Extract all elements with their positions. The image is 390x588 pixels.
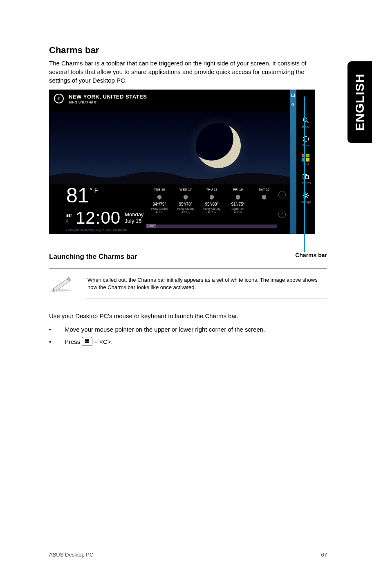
svg-line-13 bbox=[307, 193, 308, 194]
note-text-wrap: When called out, the Charms bar initiall… bbox=[86, 269, 327, 299]
fc-condition: Partly Cloudy bbox=[173, 207, 199, 210]
step-text-a: Press bbox=[65, 338, 80, 345]
forecast-collapse-icon[interactable]: ˄ bbox=[278, 211, 286, 218]
fc-hilo: 95°/78° bbox=[173, 202, 199, 206]
app-name: BING WEATHER bbox=[69, 101, 147, 104]
devices-icon bbox=[302, 173, 309, 180]
system-status-icons: ▮▮▯ ▯ bbox=[66, 213, 72, 223]
note-pencil-icon bbox=[49, 276, 74, 292]
section-heading: Charms bar bbox=[49, 45, 327, 56]
peek-app-icon bbox=[291, 94, 295, 97]
fc-hilo: 95°/80° bbox=[199, 202, 225, 206]
language-label: ENGLISH bbox=[353, 74, 367, 131]
treeline-graphic bbox=[49, 168, 290, 184]
fc-condition: Partly Cloudy bbox=[146, 207, 173, 210]
signal-icon: ▮▮▯ bbox=[66, 213, 72, 218]
fc-day-label: FRI 19 bbox=[225, 188, 251, 191]
step-text: Move your mouse pointer on the upper or … bbox=[65, 326, 265, 333]
location-title: NEW YORK, UNITED STATES bbox=[69, 94, 147, 100]
app-header-text: NEW YORK, UNITED STATES BING WEATHER bbox=[69, 94, 147, 104]
svg-line-1 bbox=[307, 121, 309, 123]
peek-app-letter: G bbox=[291, 103, 294, 106]
callout-line bbox=[304, 240, 305, 252]
fc-day-label: TUE 16 bbox=[146, 188, 173, 191]
forecast-row: TUE 16 94°/79° Partly Cloudy ✽ 0 % WED 1… bbox=[146, 188, 277, 213]
hourly-marker: 1 PM bbox=[146, 224, 156, 228]
share-icon bbox=[302, 135, 309, 143]
fc-hilo: 94°/79° bbox=[146, 202, 173, 206]
start-icon bbox=[302, 154, 309, 162]
fc-hilo: 91°/75° bbox=[225, 202, 251, 206]
fc-precip: ✽ 20 % bbox=[173, 211, 199, 213]
battery-icon: ▯ bbox=[66, 219, 72, 223]
steps-intro: Use your Desktop PC's mouse or keyboard … bbox=[49, 312, 327, 320]
fc-precip: ✽ 20 % bbox=[199, 211, 225, 213]
weather-icon bbox=[208, 194, 216, 200]
day-name: Monday bbox=[125, 211, 143, 218]
screenshot-figure: NEW YORK, UNITED STATES BING WEATHER 81°… bbox=[49, 90, 315, 234]
footer-left: ASUS Desktop PC bbox=[49, 552, 93, 558]
fc-day-label: WED 17 bbox=[173, 188, 199, 191]
moon-graphic bbox=[196, 123, 241, 168]
svg-rect-4 bbox=[305, 176, 309, 179]
fc-day-label: THU 18 bbox=[199, 188, 225, 191]
back-button[interactable] bbox=[54, 94, 64, 103]
temp-unit: ° F bbox=[90, 187, 99, 194]
language-tab: ENGLISH bbox=[347, 61, 372, 143]
weather-background bbox=[49, 111, 290, 184]
step-item: Press + <C>. bbox=[49, 337, 327, 346]
app-peek-strip[interactable]: G bbox=[290, 90, 296, 234]
note-text: When called out, the Charms bar initiall… bbox=[87, 272, 325, 295]
search-icon bbox=[302, 117, 309, 124]
callout-label: Charms bar bbox=[245, 252, 327, 258]
weather-icon bbox=[234, 194, 242, 200]
fc-condition: Partly Cloudy bbox=[199, 207, 225, 210]
charm-label: Start bbox=[303, 163, 309, 166]
date-block: Monday July 15 bbox=[125, 211, 143, 224]
forecast-day[interactable]: THU 18 95°/80° Partly Cloudy ✽ 20 % bbox=[199, 188, 225, 213]
fc-day-label: SAT 20 bbox=[251, 188, 277, 191]
intro-paragraph: The Charms bar is a toolbar that can be … bbox=[49, 59, 327, 85]
svg-line-11 bbox=[307, 197, 308, 197]
fc-precip: ✽ 30 % bbox=[225, 211, 251, 213]
step-text-b: + <C>. bbox=[94, 338, 112, 345]
hourly-bar[interactable]: 1 PM bbox=[146, 224, 277, 228]
fc-condition: Light Rain bbox=[225, 207, 251, 210]
note-block: When called out, the Charms bar initiall… bbox=[49, 268, 327, 299]
footer-page-number: 67 bbox=[321, 552, 327, 558]
charm-devices[interactable]: Devices bbox=[301, 173, 311, 184]
forecast-day[interactable]: SAT 20 bbox=[251, 188, 277, 213]
steps-list: Move your mouse pointer on the upper or … bbox=[49, 326, 327, 346]
weather-icon bbox=[182, 194, 190, 200]
page-footer: ASUS Desktop PC 67 bbox=[49, 549, 327, 558]
forecast-next-icon[interactable]: › bbox=[278, 191, 286, 198]
app-header: NEW YORK, UNITED STATES BING WEATHER bbox=[49, 90, 290, 111]
settings-icon bbox=[302, 192, 309, 199]
charms-bar: Search Share Start Devices Settings bbox=[296, 90, 315, 234]
charm-label: Search bbox=[301, 125, 310, 128]
charm-label: Devices bbox=[301, 182, 311, 184]
forecast-nav: › ˄ bbox=[278, 191, 286, 218]
charm-start[interactable]: Start bbox=[302, 154, 309, 166]
page-content: Charms bar The Charms bar is a toolbar t… bbox=[49, 45, 327, 350]
weather-icon bbox=[260, 194, 268, 200]
charm-label: Settings bbox=[300, 200, 311, 203]
clock-row: ▮▮▯ ▯ 12:00 Monday July 15 bbox=[66, 208, 143, 228]
charm-settings[interactable]: Settings bbox=[300, 192, 311, 203]
current-temp-value: 81° F bbox=[66, 184, 97, 207]
windows-key-icon bbox=[82, 337, 92, 346]
last-updated: Last updated Monday, July 15, 2013 6:00:… bbox=[66, 229, 128, 231]
charm-share[interactable]: Share bbox=[302, 135, 310, 147]
date-string: July 15 bbox=[125, 218, 143, 224]
charm-search[interactable]: Search bbox=[301, 117, 310, 128]
weather-icon bbox=[155, 194, 164, 200]
clock-time: 12:00 bbox=[76, 208, 121, 228]
forecast-day[interactable]: TUE 16 94°/79° Partly Cloudy ✽ 0 % bbox=[146, 188, 173, 213]
forecast-day[interactable]: WED 17 95°/78° Partly Cloudy ✽ 20 % bbox=[173, 188, 199, 213]
current-weather: 81° F bbox=[66, 184, 97, 207]
charm-label: Share bbox=[302, 144, 310, 147]
fc-precip: ✽ 0 % bbox=[146, 211, 173, 213]
forecast-day[interactable]: FRI 19 91°/75° Light Rain ✽ 30 % bbox=[225, 188, 251, 213]
step-item: Move your mouse pointer on the upper or … bbox=[49, 326, 327, 333]
temp-number: 81 bbox=[66, 184, 89, 207]
